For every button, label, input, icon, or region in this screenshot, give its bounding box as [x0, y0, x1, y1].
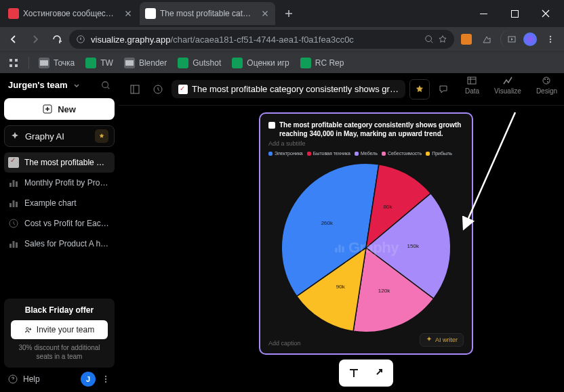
- floating-toolbar: [339, 360, 393, 387]
- bookmark-item[interactable]: TW: [81, 55, 117, 71]
- bookmark-item[interactable]: RC Rep: [296, 55, 348, 71]
- favicon-icon: [8, 8, 19, 19]
- pie-slice-label: 260k: [321, 220, 333, 226]
- svg-rect-19: [16, 202, 18, 207]
- svg-rect-14: [9, 183, 12, 187]
- legend-item[interactable]: Электроника: [268, 151, 303, 156]
- team-icon: [24, 326, 33, 334]
- search-icon[interactable]: [101, 81, 110, 90]
- pie-chart[interactable]: Graphy 260k80k150k120k90k: [278, 160, 454, 336]
- chart-title[interactable]: The most profitable category consistentl…: [268, 121, 464, 138]
- legend-item[interactable]: Себестоимость: [382, 151, 422, 156]
- graphy-ai-button[interactable]: Graphy AI: [4, 125, 115, 147]
- svg-rect-0: [480, 14, 487, 14]
- expand-button[interactable]: [366, 362, 390, 384]
- chat-icon[interactable]: [434, 80, 453, 99]
- ai-writer-button[interactable]: AI writer: [420, 333, 464, 347]
- bookmark-star-icon[interactable]: [438, 35, 447, 44]
- help-label[interactable]: Help: [23, 374, 40, 384]
- forward-button[interactable]: [26, 30, 45, 49]
- bookmarks-bar: Точка TW Blender Gutshot Оценки игр RC R…: [0, 51, 564, 73]
- tab-data[interactable]: Data: [462, 72, 482, 106]
- new-tab-button[interactable]: [279, 4, 298, 23]
- chart-subtitle[interactable]: Add a subtitle: [268, 140, 464, 147]
- apps-button[interactable]: [4, 53, 23, 72]
- history-icon[interactable]: [148, 80, 167, 99]
- more-icon[interactable]: [101, 374, 110, 384]
- bookmark-item[interactable]: Blender: [120, 55, 171, 71]
- svg-rect-31: [468, 77, 476, 84]
- svg-rect-16: [16, 181, 18, 187]
- layout-icon[interactable]: [125, 80, 144, 99]
- help-icon[interactable]: [8, 374, 18, 384]
- tab-title: Хостинговое сообщество «Tim: [23, 9, 117, 18]
- extension-icon[interactable]: [477, 30, 496, 49]
- doc-emoji-icon: [268, 122, 275, 129]
- canvas[interactable]: The most profitable category consistentl…: [119, 106, 564, 392]
- back-button[interactable]: [4, 30, 23, 49]
- new-button[interactable]: New: [4, 98, 115, 120]
- tab-design[interactable]: Design: [533, 72, 560, 106]
- main-area: The most profitable category consistentl…: [119, 73, 564, 392]
- profile-icon[interactable]: [521, 30, 540, 49]
- svg-rect-15: [13, 180, 15, 187]
- window-titlebar: Хостинговое сообщество «Tim The most pro…: [0, 0, 564, 27]
- svg-point-28: [105, 381, 106, 383]
- svg-point-34: [547, 79, 548, 80]
- menu-button[interactable]: [541, 30, 560, 49]
- svg-rect-22: [13, 241, 15, 248]
- sidebar-item[interactable]: Sales for Product A hav…: [4, 234, 115, 254]
- invite-team-button[interactable]: Invite your team: [11, 320, 108, 339]
- doc-emoji-icon: [178, 85, 188, 94]
- svg-point-26: [105, 376, 106, 377]
- svg-point-27: [105, 378, 106, 380]
- chart-card[interactable]: The most profitable category consistentl…: [259, 112, 473, 355]
- address-bar[interactable]: visualize.graphy.app/chart/acaea181-cf51…: [69, 30, 454, 49]
- chart-icon: [8, 177, 19, 188]
- sparkle-icon: [10, 131, 20, 141]
- maximize-button[interactable]: [499, 3, 530, 24]
- pie-slice-label: 150k: [407, 243, 419, 249]
- bookmark-item[interactable]: Точка: [35, 55, 79, 71]
- browser-tab-1[interactable]: Хостинговое сообщество «Tim: [3, 2, 138, 25]
- close-window-button[interactable]: [530, 3, 561, 24]
- top-bar: The most profitable category consistentl…: [119, 73, 564, 106]
- sidebar-item[interactable]: Cost vs Profit for Each …: [4, 213, 115, 234]
- svg-point-7: [550, 41, 551, 43]
- extension-icons: [457, 30, 560, 49]
- sidebar-item[interactable]: ✓The most profitable …: [4, 152, 115, 173]
- svg-rect-17: [9, 203, 12, 207]
- media-button[interactable]: [500, 30, 519, 49]
- team-selector[interactable]: Jurgen's team: [4, 77, 115, 93]
- close-icon[interactable]: [123, 9, 133, 18]
- legend-item[interactable]: Бытовая техника: [307, 151, 350, 156]
- svg-rect-21: [9, 244, 12, 248]
- doc-title[interactable]: The most profitable category consistentl…: [172, 80, 405, 98]
- search-icon[interactable]: [424, 35, 434, 44]
- bookmark-item[interactable]: Gutshot: [174, 55, 225, 71]
- promo-desc: 30% discount for additional seats in a t…: [11, 343, 108, 361]
- sidebar-item[interactable]: Monthly Profit by Produ…: [4, 173, 115, 193]
- svg-rect-1: [511, 10, 518, 17]
- browser-tab-2[interactable]: The most profitable catego: [140, 2, 275, 25]
- legend-item[interactable]: Прибыль: [426, 151, 452, 156]
- close-icon[interactable]: [260, 9, 270, 18]
- bookmark-item[interactable]: Оценки игр: [228, 55, 293, 71]
- star-badge-icon: [95, 129, 108, 143]
- legend-item[interactable]: Мебель: [355, 151, 378, 156]
- svg-point-6: [550, 39, 551, 40]
- svg-point-5: [550, 36, 551, 37]
- minimize-button[interactable]: [468, 3, 499, 24]
- promo-card: Black Friday offer Invite your team 30% …: [4, 299, 115, 368]
- extension-icon[interactable]: [457, 30, 476, 49]
- tab-visualize[interactable]: Visualize: [491, 72, 524, 106]
- sidebar-item[interactable]: Example chart: [4, 193, 115, 213]
- svg-rect-8: [9, 59, 12, 62]
- reload-button[interactable]: [47, 30, 66, 49]
- favorite-button[interactable]: [409, 79, 430, 100]
- url-text: visualize.graphy.app/chart/acaea181-cf51…: [91, 35, 354, 45]
- chart-icon: [8, 238, 19, 249]
- avatar[interactable]: J: [81, 372, 96, 387]
- text-tool-button[interactable]: [342, 362, 366, 384]
- svg-point-35: [547, 81, 548, 83]
